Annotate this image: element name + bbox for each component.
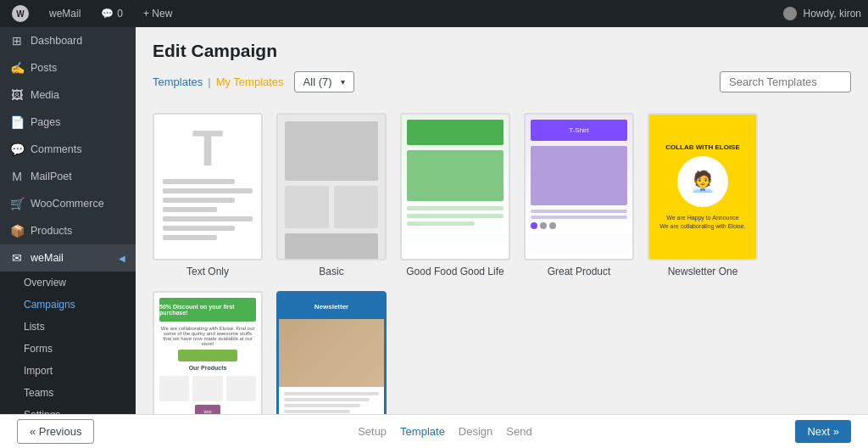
- prev-button[interactable]: « Previous: [17, 419, 94, 444]
- products-icon: 📦: [10, 224, 24, 238]
- search-templates-wrapper: [720, 71, 851, 92]
- footer-step-setup[interactable]: Setup: [358, 425, 387, 438]
- templates-link[interactable]: Templates: [153, 76, 203, 88]
- sidebar-label-woocommerce: WooCommerce: [31, 198, 104, 210]
- sidebar-label-mailpoet: MailPoet: [31, 171, 72, 182]
- site-name: weMail: [49, 8, 81, 20]
- template-label-newsletter-one: Newsletter One: [668, 266, 738, 277]
- submenu-item-forms[interactable]: Forms: [0, 338, 136, 360]
- howdy-text: Howdy, kiron: [804, 8, 861, 20]
- sidebar-label-media: Media: [31, 89, 59, 101]
- wp-logo-item[interactable]: W: [7, 0, 34, 27]
- dropdown-label: All (7): [303, 76, 332, 88]
- submenu-item-settings[interactable]: Settings: [0, 404, 136, 414]
- sidebar-item-comments[interactable]: 💬 Comments: [0, 136, 136, 163]
- templates-bar-left: Templates | My Templates All (7) ▾: [153, 71, 354, 92]
- main-layout: ⊞ Dashboard ✍ Posts 🖼 Media 📄 Pages 💬 Co…: [0, 27, 868, 414]
- templates-sep: |: [208, 76, 210, 88]
- comments-icon: 💬: [10, 143, 24, 156]
- template-thumb-newsletter-three: Newsletter: [276, 291, 387, 414]
- comments-item[interactable]: 💬 0: [96, 0, 128, 27]
- template-thumb-great-product: T-Shirt: [524, 113, 634, 260]
- template-thumb-text-only: T: [153, 113, 263, 260]
- submenu-label-forms: Forms: [24, 343, 53, 355]
- footer-steps: Setup Template Design Send: [358, 425, 532, 438]
- template-label-good-food: Good Food Good Life: [406, 266, 504, 277]
- submenu-label-campaigns: Campaigns: [24, 299, 75, 311]
- sidebar-item-products[interactable]: 📦 Products: [0, 217, 136, 244]
- dashboard-icon: ⊞: [10, 34, 24, 48]
- posts-icon: ✍: [10, 61, 24, 75]
- submenu-item-overview[interactable]: Overview: [0, 272, 136, 294]
- template-label-basic: Basic: [319, 266, 343, 277]
- text-only-t: T: [163, 123, 253, 174]
- footer-step-design[interactable]: Design: [459, 425, 492, 438]
- wp-logo: W: [12, 5, 29, 22]
- mailpoet-icon: M: [10, 170, 24, 183]
- chevron-down-icon: ▾: [341, 77, 345, 87]
- template-item-newsletter-two[interactable]: 50% Discount on your first purchase! We …: [153, 291, 263, 414]
- template-item-basic[interactable]: Basic: [276, 113, 387, 277]
- templates-dropdown[interactable]: All (7) ▾: [294, 71, 354, 92]
- media-icon: 🖼: [10, 88, 24, 102]
- templates-bar: Templates | My Templates All (7) ▾: [153, 71, 851, 92]
- template-thumb-newsletter-one: COLLAB WITH ELOISE 🧑‍💼 We are Happy to A…: [648, 113, 758, 260]
- template-item-great-product[interactable]: T-Shirt Great Product: [524, 113, 634, 277]
- content-area: Edit Campaign Templates | My Templates A…: [136, 27, 868, 414]
- footer-bar: « Previous Setup Template Design Send Ne…: [0, 414, 868, 448]
- template-thumb-newsletter-two: 50% Discount on your first purchase! We …: [153, 291, 263, 414]
- templates-grid: T Text Only: [136, 113, 868, 414]
- sidebar-label-pages: Pages: [31, 116, 60, 128]
- submenu-item-teams[interactable]: Teams: [0, 382, 136, 404]
- search-templates-input[interactable]: [720, 71, 851, 92]
- sidebar-item-posts[interactable]: ✍ Posts: [0, 54, 136, 81]
- submenu-item-import[interactable]: Import: [0, 360, 136, 382]
- submenu-item-lists[interactable]: Lists: [0, 316, 136, 338]
- wemail-arrow-icon: ◀: [119, 254, 125, 263]
- sidebar-item-dashboard[interactable]: ⊞ Dashboard: [0, 27, 136, 54]
- submenu-label-import: Import: [24, 365, 53, 377]
- template-label-text-only: Text Only: [186, 266, 229, 277]
- new-label: + New: [143, 8, 172, 20]
- page-title: Edit Campaign: [153, 41, 851, 61]
- wemail-icon: ✉: [10, 251, 24, 265]
- sidebar: ⊞ Dashboard ✍ Posts 🖼 Media 📄 Pages 💬 Co…: [0, 27, 136, 414]
- pages-icon: 📄: [10, 115, 24, 129]
- sidebar-label-posts: Posts: [31, 62, 57, 74]
- sidebar-label-products: Products: [31, 225, 72, 237]
- sidebar-item-mailpoet[interactable]: M MailPoet: [0, 163, 136, 190]
- sidebar-item-wemail[interactable]: ✉ weMail ◀: [0, 244, 136, 272]
- footer-step-send[interactable]: Send: [506, 425, 531, 438]
- sidebar-item-woocommerce[interactable]: 🛒 WooCommerce: [0, 190, 136, 217]
- template-item-newsletter-three[interactable]: Newsletter Newsletter Three: [276, 291, 387, 414]
- admin-bar-right: Howdy, kiron: [783, 7, 861, 20]
- sidebar-label-comments: Comments: [31, 143, 81, 155]
- submenu-label-overview: Overview: [24, 277, 66, 288]
- comment-icon: 💬: [101, 8, 114, 20]
- my-templates-link[interactable]: My Templates: [216, 76, 284, 88]
- sidebar-label-dashboard: Dashboard: [31, 35, 82, 47]
- admin-bar-left: W weMail 💬 0 + New: [7, 0, 177, 27]
- admin-bar: W weMail 💬 0 + New Howdy, kiron: [0, 0, 868, 27]
- comments-count: 0: [117, 8, 123, 20]
- sidebar-item-media[interactable]: 🖼 Media: [0, 81, 136, 109]
- content-header: Edit Campaign Templates | My Templates A…: [136, 27, 868, 113]
- template-item-newsletter-one[interactable]: COLLAB WITH ELOISE 🧑‍💼 We are Happy to A…: [648, 113, 758, 277]
- next-button[interactable]: Next »: [795, 420, 851, 443]
- site-name-item[interactable]: weMail: [44, 0, 86, 27]
- wemail-submenu: Overview Campaigns Lists Forms Import Te…: [0, 272, 136, 414]
- woocommerce-icon: 🛒: [10, 197, 24, 210]
- template-item-good-food[interactable]: Good Food Good Life: [400, 113, 510, 277]
- sidebar-label-wemail: weMail: [31, 252, 64, 264]
- avatar: [783, 7, 797, 20]
- submenu-label-teams: Teams: [24, 387, 53, 399]
- submenu-item-campaigns[interactable]: Campaigns: [0, 294, 136, 316]
- template-label-great-product: Great Product: [548, 266, 611, 277]
- template-thumb-good-food: [400, 113, 510, 260]
- footer-step-template[interactable]: Template: [400, 425, 445, 438]
- sidebar-item-pages[interactable]: 📄 Pages: [0, 109, 136, 136]
- submenu-label-lists: Lists: [24, 321, 45, 333]
- template-item-text-only[interactable]: T Text Only: [153, 113, 263, 277]
- new-item[interactable]: + New: [138, 0, 177, 27]
- template-thumb-basic: [276, 113, 387, 260]
